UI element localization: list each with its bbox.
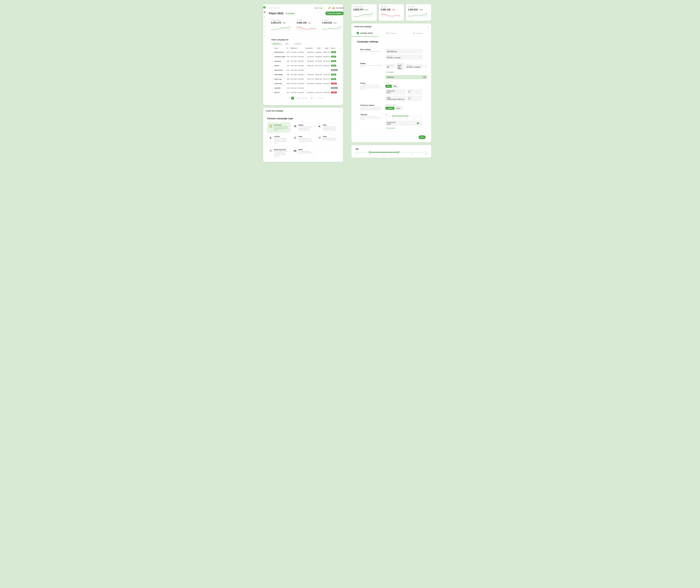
row-menu-icon[interactable]: ⋯ — [339, 86, 341, 90]
pacing-toggle[interactable]: DailyFlight — [385, 85, 398, 88]
campaign-type-card[interactable]: 🔊 AudioType of advertising that is based… — [292, 134, 315, 146]
age-slider[interactable] — [355, 152, 427, 153]
row-checkbox[interactable] — [272, 83, 273, 84]
campaign-type-card[interactable]: ▶ YouTubeA service through which interne… — [267, 134, 290, 146]
wizard-step[interactable]: 1Campaign settings› — [351, 30, 378, 37]
filter-more[interactable]: ▽ More filters — [293, 42, 303, 45]
campaign-name-input[interactable]: Campaign namePepsi World Cup — [385, 49, 422, 53]
col-header[interactable]: Impressions ⇅ — [305, 46, 314, 50]
row-menu-icon[interactable]: ⋯ — [339, 54, 341, 59]
page-next[interactable]: › — [314, 97, 316, 100]
row-checkbox[interactable] — [272, 65, 273, 66]
page-number[interactable]: 1 — [291, 97, 294, 100]
nav-gear-icon[interactable]: ⚙ — [263, 34, 266, 37]
close-icon[interactable]: × — [427, 25, 428, 28]
row-menu-icon[interactable]: ⋯ — [339, 90, 341, 95]
table-row[interactable]: Pepsi NBA 1125 26.07.2023 - 31.08.2023 -… — [271, 86, 341, 90]
campaign-type-card[interactable]: M GmailExpanding ads that appear at the … — [316, 134, 339, 146]
row-checkbox[interactable] — [272, 69, 273, 71]
create-campaign-button[interactable]: Create new campaign — [325, 11, 344, 15]
table-row[interactable]: Jordan Pepsi 4399 26.07.2023 - 31.08.202… — [271, 81, 341, 86]
card-menu-icon[interactable]: ⋯ — [315, 19, 316, 21]
row-checkbox[interactable] — [272, 87, 273, 89]
nav-pie-icon[interactable]: ◔ — [263, 30, 266, 32]
table-row[interactable]: Stadium 1276 26.07.2023 - 31.08.2023 888… — [271, 63, 341, 68]
page-number[interactable]: 4 — [301, 97, 304, 100]
close-icon[interactable]: × — [339, 110, 340, 112]
goal-select[interactable]: GoalCPM (cost per 1000 imp.) — [385, 96, 406, 101]
environment-select[interactable]: EnvironmentSelect 5⌄ — [385, 120, 422, 126]
type-title: Display — [298, 124, 313, 126]
select-all-checkbox[interactable] — [272, 47, 273, 49]
wizard-step[interactable]: 3Summary — [405, 30, 431, 37]
table-row[interactable]: Pepsi Holidays 6394 26.07.2023 - 31.08.2… — [271, 72, 341, 77]
card-menu-icon[interactable]: ⋯ — [373, 6, 375, 8]
row-checkbox[interactable] — [272, 74, 273, 75]
filter-status[interactable]: Status ⌄ — [284, 42, 291, 45]
row-menu-icon[interactable]: ⋯ — [339, 77, 341, 81]
card-menu-icon[interactable]: ⋯ — [400, 6, 402, 8]
table-row[interactable]: Pepsi Messi 6121 26.07.2023 - 31.08.2023… — [271, 59, 341, 63]
age-slider[interactable] — [385, 116, 422, 116]
add-budget-link[interactable]: + Add budget — [385, 71, 428, 73]
nav-globe-icon[interactable]: ⊕ — [263, 15, 266, 18]
pacing-amount-input[interactable]: Amount10 — [407, 89, 422, 95]
notification-bell-icon[interactable]: 🔔 — [328, 6, 331, 10]
row-checkbox[interactable] — [272, 60, 273, 62]
wizard-step[interactable]: 2Segments› — [378, 30, 405, 37]
gear-icon[interactable]: ⚙ — [339, 46, 341, 50]
campaign-type-card[interactable]: ▶▶ DOOHAdvertising displayed on LED scre… — [292, 147, 315, 159]
row-menu-icon[interactable]: ⋯ — [339, 81, 341, 86]
row-checkbox[interactable] — [272, 78, 273, 80]
row-menu-icon[interactable]: ⋯ — [339, 68, 341, 72]
next-button[interactable]: Next — [419, 135, 426, 139]
page-number[interactable]: 19 — [310, 97, 313, 100]
campaign-type-card[interactable]: ▶ VideoOnline display ads that are displ… — [316, 123, 339, 133]
card-menu-icon[interactable]: ⋯ — [340, 19, 342, 21]
page-size[interactable]: 10 / page — [317, 97, 325, 99]
row-checkbox[interactable] — [272, 92, 273, 93]
row-checkbox[interactable] — [272, 52, 273, 53]
table-row[interactable]: Pepsi Summer 5738 26.07.2023 - 31.08.202… — [271, 68, 341, 72]
campaign-type-card[interactable]: 🏆 Rich MediaOnline advertising creations… — [267, 123, 290, 133]
row-checkbox[interactable] — [272, 56, 273, 57]
page-prev[interactable]: ‹ — [288, 97, 291, 100]
add-targeting-link[interactable]: + Add targeting — [385, 127, 422, 129]
table-row[interactable]: Pepsi & Lays 5353 26.07.2023 - 31.08.202… — [271, 77, 341, 81]
nav-clipboard-icon[interactable]: ▤ — [263, 25, 266, 27]
campaign-type-card[interactable]: 🖼 DisplayOnline display advertising thro… — [292, 123, 315, 133]
nav-box-icon[interactable]: ▢ — [263, 20, 266, 23]
page-number[interactable]: 2 — [295, 97, 297, 100]
user-menu[interactable]: Anna Skylark — [332, 7, 344, 9]
row-menu-icon[interactable]: ⋯ — [339, 72, 341, 77]
budget-input[interactable]: Budget (USD)490 — [385, 64, 395, 69]
budget-flight-input[interactable]: Flight date26.07.2023 - 31.08.2023 — [405, 64, 423, 69]
row-menu-icon[interactable]: ⋯ — [339, 50, 341, 54]
col-header[interactable]: Install ⇅ — [322, 46, 330, 50]
page-number[interactable]: 3 — [298, 97, 301, 100]
row-menu-icon[interactable]: ⋯ — [339, 63, 341, 68]
brand-switcher[interactable]: Pepsi Change ⌄ — [312, 6, 326, 10]
campaign-type-card[interactable]: ⬇ Mobile App InstallMobile app installs … — [267, 147, 290, 159]
flight-date-input[interactable]: Flight date01.07.2022 - 01.12.2022🗓 — [385, 55, 422, 59]
trash-icon[interactable]: 🗑 — [424, 66, 428, 67]
table-row[interactable]: Champions League 9146 26.07.2023 - 31.08… — [271, 54, 341, 59]
col-header[interactable]: Flight Date ⇅ — [290, 46, 305, 50]
pacing-type-select[interactable]: Pacing typeEven — [385, 89, 406, 95]
stat-delta: -13% — [391, 9, 395, 11]
budget-desc-input[interactable]: DescriptionWorld Cup Week 1 — [396, 63, 404, 70]
page-number[interactable]: 5 — [305, 97, 307, 100]
col-header[interactable]: Clicks ⇅ — [314, 46, 322, 50]
filter-flight-date[interactable]: Flight Date 8 ⌄ — [271, 42, 283, 45]
col-header[interactable]: Status ⇅ — [330, 46, 339, 50]
col-header[interactable]: Name ⇅ — [274, 46, 286, 50]
nav-bag-icon[interactable]: 👜 — [263, 11, 266, 13]
goal-amount-input[interactable]: Amount10 — [407, 96, 422, 101]
col-header[interactable]: ID ⇅ — [286, 46, 290, 50]
table-row[interactable]: Pepsi World Cup 3915 26.07.2023 - 31.08.… — [271, 50, 341, 54]
card-menu-icon[interactable]: ⋯ — [428, 6, 430, 8]
card-menu-icon[interactable]: ⋯ — [289, 19, 291, 21]
frequency-toggle[interactable]: UnlimitedCustom — [385, 107, 402, 110]
table-row[interactable]: Pepsi AD 5527 26.07.2023 - 31.08.2023 22… — [271, 90, 341, 95]
row-menu-icon[interactable]: ⋯ — [339, 59, 341, 63]
